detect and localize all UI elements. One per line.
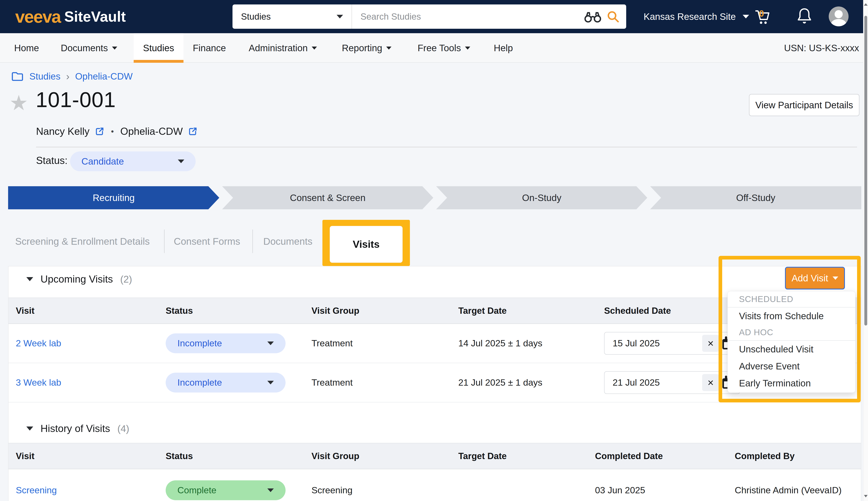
view-participant-details-button[interactable]: View Participant Details bbox=[749, 94, 859, 116]
target-date-cell bbox=[451, 469, 588, 501]
external-link-icon[interactable] bbox=[188, 127, 198, 136]
col-visit-group: Visit Group bbox=[304, 298, 451, 323]
scheduled-date-input[interactable]: 21 Jul 2025 × bbox=[604, 371, 740, 394]
breadcrumb-study-link[interactable]: Ophelia-CDW bbox=[75, 71, 133, 82]
target-date-cell: 14 Jul 2025 ± 1 days bbox=[451, 324, 597, 363]
history-table-header: Visit Status Visit Group Target Date Com… bbox=[9, 443, 861, 469]
status-value: Candidate bbox=[82, 156, 124, 167]
avatar-body bbox=[831, 19, 846, 26]
target-date-cell: 21 Jul 2025 ± 1 days bbox=[451, 363, 597, 402]
visit-group-cell: Treatment bbox=[304, 324, 451, 363]
tab-consent-forms[interactable]: Consent Forms bbox=[174, 230, 240, 253]
bell-icon bbox=[795, 7, 814, 27]
col-visit: Visit bbox=[9, 443, 158, 469]
col-completed-date: Completed Date bbox=[588, 443, 728, 469]
visit-status-dropdown[interactable]: Incomplete bbox=[166, 373, 286, 393]
nav-studies-active[interactable]: Studies bbox=[134, 33, 183, 63]
study-name-link[interactable]: Ophelia-CDW bbox=[120, 126, 183, 137]
header-divider bbox=[36, 147, 857, 148]
participant-name-link[interactable]: Nancy Kelly bbox=[36, 126, 89, 137]
completed-date-cell: 03 Jun 2025 bbox=[588, 469, 728, 501]
nav-free-tools[interactable]: Free Tools bbox=[417, 33, 470, 63]
clear-date-button[interactable]: × bbox=[702, 335, 719, 352]
menu-item-early-termination[interactable]: Early Termination bbox=[728, 375, 855, 392]
collapse-caret-icon[interactable] bbox=[26, 427, 33, 430]
tab-screening-enrollment[interactable]: Screening & Enrollment Details bbox=[15, 230, 150, 253]
upcoming-visits-header[interactable]: Upcoming Visits (2) bbox=[26, 273, 132, 285]
nav-finance[interactable]: Finance bbox=[193, 33, 226, 63]
history-visits-header[interactable]: History of Visits (4) bbox=[26, 423, 129, 434]
col-visit-group: Visit Group bbox=[304, 443, 451, 469]
breadcrumb-separator: › bbox=[66, 71, 70, 82]
binoculars-icon[interactable] bbox=[584, 11, 601, 22]
site-name: Kansas Research Site bbox=[644, 11, 736, 22]
menu-section-ad-hoc: AD HOC bbox=[728, 324, 855, 341]
visits-tab-annotation-highlight: Visits bbox=[322, 220, 410, 266]
cart-button[interactable]: 0 bbox=[753, 7, 772, 26]
folder-icon bbox=[11, 71, 24, 82]
menu-section-scheduled: SCHEDULED bbox=[728, 291, 855, 308]
search-scope-select[interactable]: Studies bbox=[233, 4, 352, 29]
nav-reporting[interactable]: Reporting bbox=[342, 33, 391, 63]
visit-group-cell: Treatment bbox=[304, 363, 451, 402]
search-icon[interactable] bbox=[607, 10, 619, 23]
main-nav: Home Documents Studies Finance Administr… bbox=[0, 33, 868, 63]
tab-visits-active[interactable]: Visits bbox=[330, 226, 403, 263]
visit-link[interactable]: Screening bbox=[16, 485, 57, 495]
chevron-down-icon bbox=[267, 341, 274, 345]
nav-help[interactable]: Help bbox=[494, 33, 513, 63]
status-label: Status: bbox=[36, 154, 68, 167]
external-link-icon[interactable] bbox=[95, 127, 105, 136]
visit-status-dropdown[interactable]: Complete bbox=[166, 480, 286, 500]
menu-item-unscheduled-visit[interactable]: Unscheduled Visit bbox=[728, 341, 855, 358]
completed-by-cell: Christine Admin (VeevaID) bbox=[728, 469, 861, 501]
site-selector[interactable]: Kansas Research Site bbox=[644, 0, 749, 33]
sitevault-app: veeva SiteVault Studies bbox=[0, 0, 868, 501]
col-completed-by: Completed By bbox=[728, 443, 861, 469]
scroll-down-arrow-icon[interactable] bbox=[864, 495, 868, 497]
global-search: Studies bbox=[233, 4, 626, 29]
participant-stage-bar: Recruiting Consent & Screen On-Study Off… bbox=[8, 186, 861, 209]
col-target-date: Target Date bbox=[451, 443, 588, 469]
active-tab-underline bbox=[134, 60, 183, 63]
chevron-down-icon bbox=[743, 15, 749, 19]
favorite-star-icon[interactable]: ★ bbox=[9, 92, 28, 113]
stage-on-study[interactable]: On-Study bbox=[436, 186, 647, 209]
tab-documents[interactable]: Documents bbox=[263, 230, 313, 253]
notifications-button[interactable] bbox=[795, 7, 814, 27]
user-avatar[interactable] bbox=[829, 7, 849, 26]
brand-logo[interactable]: veeva SiteVault bbox=[15, 0, 126, 33]
search-icons bbox=[584, 10, 626, 23]
col-target-date: Target Date bbox=[451, 298, 597, 323]
avatar-head bbox=[835, 10, 843, 18]
vertical-scrollbar[interactable] bbox=[863, 0, 868, 501]
visit-link[interactable]: 2 Week lab bbox=[16, 338, 61, 349]
scrollbar-thumb[interactable] bbox=[864, 16, 867, 326]
visit-link[interactable]: 3 Week lab bbox=[16, 377, 61, 388]
menu-item-visits-from-schedule[interactable]: Visits from Schedule bbox=[728, 308, 855, 324]
chevron-down-icon bbox=[337, 15, 343, 19]
nav-documents[interactable]: Documents bbox=[61, 33, 117, 63]
tab-separator bbox=[164, 230, 165, 253]
add-visit-button[interactable]: Add Visit bbox=[785, 267, 845, 289]
menu-item-adverse-event[interactable]: Adverse Event bbox=[728, 358, 855, 375]
nav-home[interactable]: Home bbox=[14, 33, 39, 63]
chevron-down-icon bbox=[178, 160, 184, 163]
history-visits-count: (4) bbox=[117, 423, 129, 434]
top-navbar: veeva SiteVault Studies bbox=[0, 0, 868, 33]
visit-status-dropdown[interactable]: Incomplete bbox=[166, 333, 286, 353]
scheduled-date-input[interactable]: 15 Jul 2025 × bbox=[604, 332, 740, 355]
status-dropdown[interactable]: Candidate bbox=[70, 151, 195, 171]
history-visits-title: History of Visits bbox=[41, 423, 110, 434]
scroll-up-arrow-icon[interactable] bbox=[864, 3, 868, 6]
history-visits-table: Visit Status Visit Group Target Date Com… bbox=[9, 443, 861, 501]
search-input[interactable] bbox=[352, 4, 584, 29]
breadcrumb-studies-link[interactable]: Studies bbox=[29, 71, 60, 82]
stage-off-study[interactable]: Off-Study bbox=[650, 186, 861, 209]
stage-recruiting[interactable]: Recruiting bbox=[8, 186, 219, 209]
clear-date-button[interactable]: × bbox=[702, 374, 719, 391]
collapse-caret-icon[interactable] bbox=[26, 277, 33, 281]
upcoming-visits-count: (2) bbox=[120, 274, 132, 285]
stage-consent-screen[interactable]: Consent & Screen bbox=[222, 186, 433, 209]
nav-administration[interactable]: Administration bbox=[249, 33, 317, 63]
